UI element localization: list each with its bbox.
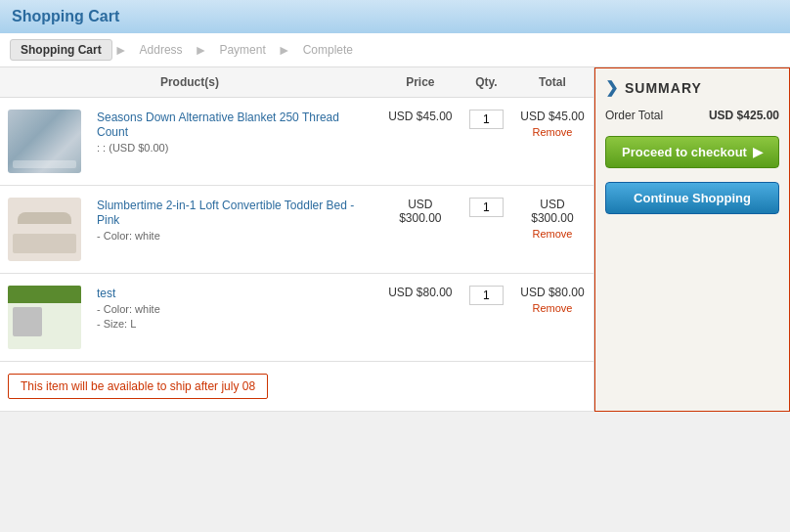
cart-table: Product(s) Price Qty. Total [0, 67, 593, 412]
col-total: Total [511, 67, 593, 98]
qty-input-3[interactable] [469, 286, 504, 305]
remove-link-3[interactable]: Remove [519, 302, 586, 314]
ship-notice: This item will be available to ship afte… [8, 374, 268, 399]
ship-notice-row: This item will be available to ship afte… [0, 362, 593, 412]
table-row: test - Color: white - Size: L USD $80.00… [0, 274, 593, 362]
product-qty-cell-1 [461, 98, 511, 186]
product-price-2: USD $300.00 [379, 186, 461, 274]
product-qty-cell-3 [461, 274, 511, 362]
product-info-1: Seasons Down Alternative Blanket 250 Thr… [89, 98, 379, 186]
col-price: Price [379, 67, 461, 98]
product-variant-1: : : (USD $0.00) [97, 142, 372, 154]
order-total-label: Order Total [605, 109, 663, 122]
qty-input-2[interactable] [469, 198, 504, 217]
order-total-value: USD $425.00 [709, 109, 779, 122]
product-variant-3b: - Size: L [97, 318, 372, 330]
checkout-button[interactable]: Proceed to checkout ▶ [605, 136, 779, 168]
breadcrumb-step-cart[interactable]: Shopping Cart [10, 39, 112, 61]
summary-chevron-icon: ❯ [605, 78, 619, 97]
product-qty-cell-2 [461, 186, 511, 274]
product-variant-2: - Color: white [97, 230, 372, 242]
product-thumbnail-1 [8, 110, 81, 173]
page-title: Shopping Cart [12, 8, 119, 24]
breadcrumb-step-payment[interactable]: Payment [209, 40, 275, 60]
breadcrumb-step-address[interactable]: Address [130, 40, 193, 60]
product-thumbnail-2 [8, 198, 81, 261]
product-variant-3a: - Color: white [97, 303, 372, 315]
col-products: Product(s) [0, 67, 379, 98]
summary-title: ❯ Summary [605, 78, 779, 97]
product-total-1: USD $45.00 Remove [511, 98, 593, 186]
product-price-3: USD $80.00 [379, 274, 461, 362]
breadcrumb-bar: Shopping Cart ► Address ► Payment ► Comp… [0, 33, 790, 67]
main-layout: Product(s) Price Qty. Total [0, 67, 790, 412]
cart-section: Product(s) Price Qty. Total [0, 67, 594, 412]
qty-input-1[interactable] [469, 110, 504, 129]
remove-link-2[interactable]: Remove [519, 228, 586, 240]
table-row: Seasons Down Alternative Blanket 250 Thr… [0, 98, 593, 186]
continue-shopping-button[interactable]: Continue Shopping [605, 182, 779, 214]
product-info-3: test - Color: white - Size: L [89, 274, 379, 362]
product-image-2 [0, 186, 89, 274]
product-name-link-2[interactable]: Slumbertime 2-in-1 Loft Convertible Todd… [97, 199, 354, 227]
page-wrapper: Shopping Cart Shopping Cart ► Address ► … [0, 0, 790, 412]
checkout-arrow-icon: ▶ [753, 145, 763, 159]
product-thumbnail-3 [8, 286, 81, 349]
table-row: Slumbertime 2-in-1 Loft Convertible Todd… [0, 186, 593, 274]
breadcrumb-step-complete[interactable]: Complete [293, 40, 363, 60]
remove-link-1[interactable]: Remove [519, 126, 586, 138]
ship-notice-cell: This item will be available to ship afte… [0, 362, 593, 412]
product-image-1 [0, 98, 89, 186]
product-info-2: Slumbertime 2-in-1 Loft Convertible Todd… [89, 186, 379, 274]
product-price-1: USD $45.00 [379, 98, 461, 186]
breadcrumb-arrow-3: ► [278, 42, 291, 58]
product-image-3 [0, 274, 89, 362]
summary-panel: ❯ Summary Order Total USD $425.00 Procee… [594, 67, 790, 412]
product-total-3: USD $80.00 Remove [511, 274, 593, 362]
page-header: Shopping Cart [0, 0, 790, 33]
breadcrumb-arrow-1: ► [114, 42, 128, 58]
product-total-2: USD $300.00 Remove [511, 186, 593, 274]
product-name-link-3[interactable]: test [97, 287, 115, 300]
breadcrumb-arrow-2: ► [195, 42, 208, 58]
col-qty: Qty. [461, 67, 511, 98]
order-total-row: Order Total USD $425.00 [605, 109, 779, 122]
product-name-link-1[interactable]: Seasons Down Alternative Blanket 250 Thr… [97, 111, 339, 139]
